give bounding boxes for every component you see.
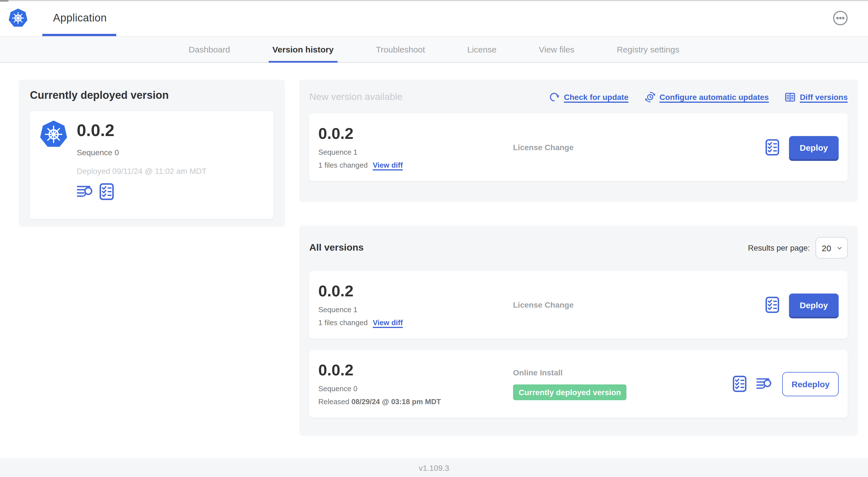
tab-license[interactable]: License [467,37,496,62]
tab-troubleshoot[interactable]: Troubleshoot [376,37,425,62]
version-source: License Change [513,300,765,309]
schedule-icon [644,91,655,103]
all-versions-section: All versions Results per page: 20 0.0.2 … [299,226,858,436]
checklist-icon [765,296,779,313]
version-source: License Change [513,143,765,152]
version-actions: Deploy [765,293,839,317]
all-versions-title: All versions [309,242,364,254]
currently-deployed-version-card: 0.0.2 Sequence 0 Deployed 09/11/24 @ 11:… [30,111,274,219]
checklist-icon [765,139,779,156]
tab-dashboard[interactable]: Dashboard [189,37,230,62]
update-actions: Check for update Configure automatic upd… [549,91,848,103]
version-sequence: Sequence 1 [318,148,513,156]
released-timestamp: Released 08/29/24 @ 03:18 pm MDT [318,397,513,406]
app-subnav: Dashboard Version history Troubleshoot L… [0,36,868,63]
version-source: Online Install [513,368,733,377]
check-for-update-link[interactable]: Check for update [549,91,628,103]
deployed-version-number: 0.0.2 [77,121,207,140]
version-source-column: License Change [513,300,765,309]
version-number: 0.0.2 [318,283,513,299]
version-info: 0.0.2 Sequence 1 1 files changed View di… [318,283,513,327]
currently-deployed-details: 0.0.2 Sequence 0 Deployed 09/11/24 @ 11:… [77,120,207,211]
version-source-column: License Change [513,143,765,152]
all-versions-header: All versions Results per page: 20 [309,226,848,271]
logs-icon [77,185,94,199]
window-edge-artifact [0,0,868,1]
main-content: Currently deployed version 0.0.2 Sequenc… [0,63,868,458]
version-info: 0.0.2 Sequence 1 1 files changed View di… [318,126,513,169]
app-header: Application [0,0,868,36]
diff-versions-link[interactable]: Diff versions [784,91,848,103]
version-source-column: Online Install Currently deployed versio… [513,368,733,400]
diff-versions-label: Diff versions [800,93,848,101]
tab-registry-settings[interactable]: Registry settings [617,37,680,62]
results-per-page-value: 20 [822,243,831,252]
version-row: 0.0.2 Sequence 0 Released 08/29/24 @ 03:… [309,350,848,418]
files-changed-text: 1 files changed [318,160,368,169]
logs-icon [756,377,773,391]
version-sequence: Sequence 0 [318,384,513,393]
kubernetes-logo-icon [8,8,28,28]
released-prefix: Released [318,397,349,406]
deploy-button[interactable]: Deploy [789,293,839,317]
overflow-menu-button[interactable] [832,10,848,26]
version-sequence: Sequence 1 [318,305,513,314]
tab-view-files[interactable]: View files [539,37,575,62]
deployed-actions [77,183,207,200]
kubernetes-app-icon [39,120,68,149]
preflight-checks-button[interactable] [733,376,747,392]
app-footer: v1.109.3 [0,458,868,477]
released-date: 08/29/24 @ 03:18 pm MDT [351,397,441,406]
new-version-section: New version available Check for update C… [299,80,858,202]
configure-automatic-updates-link[interactable]: Configure automatic updates [644,91,769,103]
preflight-checks-button[interactable] [765,139,779,156]
checklist-icon [99,183,114,200]
currently-deployed-title: Currently deployed version [30,89,274,101]
results-per-page: Results per page: 20 [748,237,848,259]
deployed-timestamp: Deployed 09/11/24 @ 11:02 am MDT [77,167,207,176]
checklist-icon [733,376,747,392]
view-logs-button[interactable] [77,185,94,199]
check-for-update-label: Check for update [564,93,628,101]
redeploy-button[interactable]: Redeploy [782,372,839,396]
kots-version: v1.109.3 [419,463,449,472]
version-row: 0.0.2 Sequence 1 1 files changed View di… [309,271,848,339]
currently-deployed-card: Currently deployed version 0.0.2 Sequenc… [19,80,285,227]
deploy-button[interactable]: Deploy [789,136,839,159]
ellipsis-icon [832,10,848,26]
view-diff-link[interactable]: View diff [373,318,403,327]
currently-deployed-badge: Currently deployed version [513,384,627,400]
deployed-sequence: Sequence 0 [77,148,207,157]
version-number: 0.0.2 [318,126,513,141]
refresh-icon [549,91,560,103]
preflight-checks-button[interactable] [99,183,114,200]
app-title-active-underline [42,34,116,36]
new-version-title: New version available [309,91,403,103]
new-version-header: New version available Check for update C… [309,80,848,114]
configure-automatic-updates-label: Configure automatic updates [659,93,769,101]
version-actions: Deploy [765,136,839,159]
view-logs-button[interactable] [756,377,773,391]
files-changed-row: 1 files changed View diff [318,160,513,169]
results-per-page-label: Results per page: [748,243,810,252]
chevron-down-icon [836,244,843,251]
version-info: 0.0.2 Sequence 0 Released 08/29/24 @ 03:… [318,362,513,406]
app-window: Application Dashboard Version history Tr… [0,0,868,477]
diff-icon [784,91,796,103]
version-number: 0.0.2 [318,362,513,378]
files-changed-text: 1 files changed [318,318,368,327]
files-changed-row: 1 files changed View diff [318,318,513,327]
view-diff-link[interactable]: View diff [373,160,403,169]
preflight-checks-button[interactable] [765,296,779,313]
app-title: Application [53,12,107,24]
versions-column: New version available Check for update C… [299,80,858,436]
new-version-row: 0.0.2 Sequence 1 1 files changed View di… [309,114,848,181]
results-per-page-select[interactable]: 20 [815,237,848,259]
tab-version-history[interactable]: Version history [272,37,334,62]
version-actions: Redeploy [733,372,839,396]
